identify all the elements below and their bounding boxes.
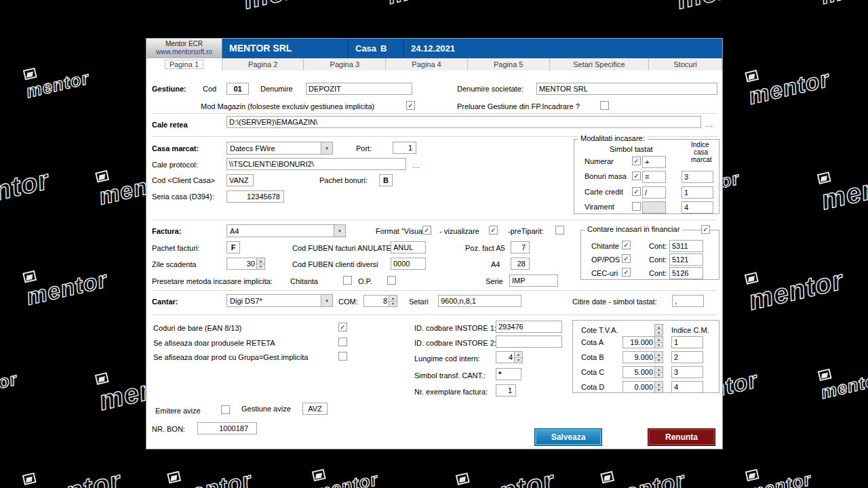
op-checkbox[interactable]	[387, 276, 396, 285]
spinner-down-icon[interactable]: ▼	[655, 358, 663, 363]
bonuri-masa-checkbox[interactable]: ✓	[632, 171, 641, 180]
mod-magazin-checkbox[interactable]: ✓	[406, 101, 415, 110]
port-field[interactable]: 1	[393, 142, 416, 154]
a4-field[interactable]: 28	[511, 258, 530, 270]
carte-credit-checkbox[interactable]: ✓	[632, 187, 641, 196]
tva-header-spinner[interactable]: ▲▼	[654, 324, 663, 336]
spinner-up-icon[interactable]: ▲	[655, 352, 663, 358]
chitante-cont-field[interactable]: 5311	[669, 240, 703, 252]
cota-d-indice-field[interactable]: 4	[671, 381, 703, 393]
grupa-checkbox[interactable]	[338, 352, 347, 361]
cota-c-stepper[interactable]: 5.000 ▲▼	[623, 366, 663, 378]
save-button[interactable]: Salveaza	[535, 429, 601, 445]
cota-d-stepper[interactable]: 0.000 ▲▼	[623, 381, 663, 393]
cota-b-stepper[interactable]: 9.000 ▲▼	[623, 351, 663, 363]
gestiune-avize-field[interactable]: AVZ	[302, 403, 328, 415]
dropdown-arrow-icon[interactable]: ▼	[321, 295, 332, 306]
reteta-checkbox[interactable]	[338, 338, 347, 346]
spinner-up-icon[interactable]: ▲	[515, 352, 522, 358]
cod-gestiune-field[interactable]: 01	[226, 83, 249, 95]
pretiparit-checkbox[interactable]	[555, 226, 564, 235]
casa-marcat-select[interactable]: Datecs FWire ▼	[226, 142, 333, 155]
chitanta-checkbox[interactable]	[343, 276, 352, 285]
oppos-cont-field[interactable]: 5121	[669, 253, 703, 266]
denumire-gestiune-field[interactable]: DEPOZIT	[306, 83, 412, 95]
factura-select[interactable]: A4 ▼	[226, 224, 346, 237]
numerar-simbol-field[interactable]: +	[642, 156, 666, 168]
spinner-down-icon[interactable]: ▼	[257, 264, 264, 270]
browse-ellipsis-icon[interactable]: ...	[705, 120, 713, 128]
numerar-checkbox[interactable]: ✓	[632, 157, 641, 165]
spinner-down-icon[interactable]: ▼	[655, 373, 663, 378]
bonuri-masa-simbol-field[interactable]: =	[642, 171, 666, 183]
cale-protocol-field[interactable]: \\TSCLIENT\E\BONURI2\	[226, 158, 406, 170]
watermark-text: mentor	[601, 467, 688, 488]
browse-ellipsis-icon[interactable]: ...	[412, 161, 420, 169]
spinner-up-icon[interactable]: ▲	[655, 337, 663, 343]
fuben-anulate-field[interactable]: ANUL	[391, 241, 426, 253]
spinner-up-icon[interactable]: ▲	[655, 382, 663, 388]
cecuri-cont-field[interactable]: 5126	[669, 267, 703, 279]
nr-exemplare-field[interactable]: 1	[496, 384, 516, 396]
emitere-avize-checkbox[interactable]	[221, 405, 230, 414]
spinner-down-icon[interactable]: ▼	[655, 388, 663, 393]
tab-setari-specifice[interactable]: Setari Specifice	[550, 58, 650, 70]
carte-credit-simbol-field[interactable]: /	[642, 186, 666, 199]
cota-a-indice-field[interactable]: 1	[671, 336, 703, 348]
cale-retea-field[interactable]: D:\(SERVER)\EMAGAZIN\	[226, 116, 701, 128]
oppos-checkbox[interactable]: ✓	[622, 254, 631, 263]
spinner-down-icon[interactable]: ▼	[389, 302, 397, 307]
lungime-cod-stepper[interactable]: 4 ▲▼	[496, 351, 523, 363]
spinner-down-icon[interactable]: ▼	[515, 358, 522, 363]
zile-scadenta-stepper[interactable]: 30 ▲▼	[226, 258, 265, 270]
tab-pagina-5[interactable]: Pagina 5	[468, 58, 550, 70]
citire-date-field[interactable]: ,	[672, 295, 704, 307]
spinner-up-icon[interactable]: ▲	[655, 367, 663, 373]
mentor-watermark-logo: mentor	[0, 0, 38, 9]
spinner-up-icon[interactable]: ▲	[257, 258, 264, 264]
format-visual-checkbox[interactable]: ✓	[422, 226, 431, 235]
fuben-diversi-field[interactable]: 0000	[391, 258, 426, 270]
chitante-checkbox[interactable]: ✓	[622, 241, 631, 249]
spinner-up-icon[interactable]: ▲	[389, 296, 397, 302]
cod-client-casa-field[interactable]: VANZ	[226, 174, 254, 186]
com-stepper[interactable]: 8 ▲▼	[363, 295, 397, 307]
pachet-bonuri-field[interactable]: B	[379, 174, 393, 186]
setari-field[interactable]: 9600,n,8,1	[438, 295, 521, 307]
spinner-buttons: ▲▼	[654, 367, 663, 378]
cantar-select[interactable]: Digi DS7* ▼	[226, 294, 333, 307]
coduri-bare-checkbox[interactable]: ✓	[338, 323, 347, 331]
spinner-up-icon[interactable]: ▲	[655, 325, 663, 330]
cota-a-stepper[interactable]: 19.000 ▲▼	[623, 336, 663, 348]
tab-pagina-3[interactable]: Pagina 3	[304, 58, 386, 70]
tab-stocuri[interactable]: Stocuri	[649, 58, 722, 70]
virament-checkbox[interactable]	[632, 202, 641, 211]
poz-fact-a5-field[interactable]: 7	[511, 241, 530, 253]
seria-casa-field[interactable]: 12345678	[226, 190, 284, 203]
tab-pagina-1[interactable]: Pagina 1	[146, 58, 222, 70]
contare-incasari-checkbox[interactable]: ✓	[701, 225, 710, 234]
preluare-gestiune-checkbox[interactable]	[600, 101, 609, 110]
dropdown-arrow-icon[interactable]: ▼	[321, 142, 332, 154]
tab-pagina-2[interactable]: Pagina 2	[222, 58, 304, 70]
pachet-facturi-field[interactable]: F	[226, 241, 240, 253]
dropdown-arrow-icon[interactable]: ▼	[334, 225, 345, 237]
spinner-down-icon[interactable]: ▼	[655, 343, 663, 348]
carte-credit-indice-field[interactable]: 1	[682, 186, 713, 199]
nr-bon-field[interactable]: 1000187	[197, 422, 257, 434]
graduation-cap-icon	[745, 469, 760, 482]
simbol-transf-field[interactable]: *	[496, 368, 521, 380]
cota-b-indice-field[interactable]: 2	[671, 351, 703, 363]
cancel-button[interactable]: Renunta	[648, 429, 715, 445]
serie-field[interactable]: IMP	[509, 274, 558, 287]
instore2-field[interactable]	[496, 336, 562, 348]
tab-pagina-4[interactable]: Pagina 4	[386, 58, 468, 70]
instore1-field[interactable]: 293476	[496, 321, 562, 333]
spinner-down-icon[interactable]: ▼	[655, 330, 663, 335]
cota-c-indice-field[interactable]: 3	[671, 366, 703, 378]
cecuri-checkbox[interactable]: ✓	[622, 268, 631, 277]
virament-indice-field[interactable]: 4	[682, 201, 713, 214]
bonuri-masa-indice-field[interactable]: 3	[682, 171, 713, 183]
vizualizare-checkbox[interactable]: ✓	[489, 226, 498, 235]
denumire-societate-field[interactable]: MENTOR SRL	[536, 83, 717, 95]
